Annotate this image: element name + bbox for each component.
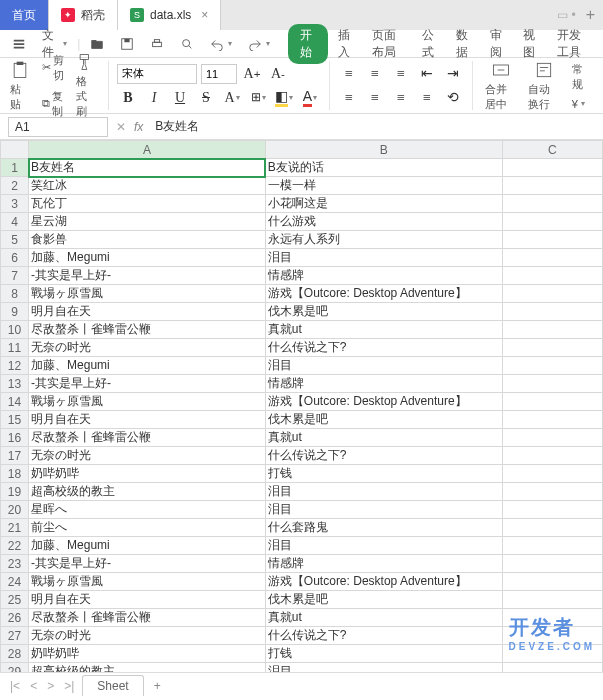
fill-color-button[interactable]: ◧▾ xyxy=(273,87,295,109)
cell[interactable] xyxy=(502,573,602,591)
row-header[interactable]: 10 xyxy=(1,321,29,339)
cell[interactable]: 无奈の时光 xyxy=(29,627,266,645)
cell[interactable]: 加藤、Megumi xyxy=(29,357,266,375)
cell[interactable] xyxy=(502,627,602,645)
cell[interactable] xyxy=(502,303,602,321)
cell[interactable]: 星晖へ xyxy=(29,501,266,519)
cell[interactable]: 瓦伦丁 xyxy=(29,195,266,213)
row-header[interactable]: 20 xyxy=(1,501,29,519)
row-header[interactable]: 12 xyxy=(1,357,29,375)
cell[interactable] xyxy=(502,519,602,537)
cell[interactable]: 伐木累是吧 xyxy=(265,411,502,429)
cell[interactable] xyxy=(502,159,602,177)
row-header[interactable]: 21 xyxy=(1,519,29,537)
font-name-select[interactable] xyxy=(117,64,197,84)
save-icon[interactable] xyxy=(114,35,140,53)
cell[interactable]: 无奈の时光 xyxy=(29,339,266,357)
align-right-button[interactable]: ≡ xyxy=(390,87,412,109)
cell[interactable]: 加藤、Megumi xyxy=(29,249,266,267)
row-header[interactable]: 29 xyxy=(1,663,29,673)
paste-button[interactable]: 粘贴 xyxy=(6,58,34,114)
spreadsheet-grid[interactable]: ABC 1 B友姓名 B友说的话 2 笑红冰 一模一样 3 瓦伦丁 小花啊这是 … xyxy=(0,140,603,672)
ribbon-tab-data[interactable]: 数据 xyxy=(448,24,480,64)
cell[interactable] xyxy=(502,429,602,447)
cell[interactable] xyxy=(502,285,602,303)
cell[interactable]: 奶哔奶哔 xyxy=(29,465,266,483)
cell[interactable]: 加藤、Megumi xyxy=(29,537,266,555)
cell[interactable]: B友姓名 xyxy=(29,159,266,177)
italic-button[interactable]: I xyxy=(143,87,165,109)
cell[interactable] xyxy=(502,339,602,357)
cell[interactable]: 情感牌 xyxy=(265,267,502,285)
row-header[interactable]: 9 xyxy=(1,303,29,321)
tab-file[interactable]: S data.xls × xyxy=(118,0,221,30)
row-header[interactable]: 27 xyxy=(1,627,29,645)
cell[interactable] xyxy=(502,447,602,465)
font-size-select[interactable] xyxy=(201,64,237,84)
cell[interactable]: 什么套路鬼 xyxy=(265,519,502,537)
cell[interactable]: 游戏【Outcore: Desktop Adventure】 xyxy=(265,393,502,411)
row-header[interactable]: 13 xyxy=(1,375,29,393)
cell[interactable]: 情感牌 xyxy=(265,375,502,393)
row-header[interactable]: 19 xyxy=(1,483,29,501)
cell[interactable]: 伐木累是吧 xyxy=(265,303,502,321)
align-top-button[interactable]: ≡ xyxy=(338,63,360,85)
cell[interactable]: -其实是早上好- xyxy=(29,375,266,393)
cell[interactable]: -其实是早上好- xyxy=(29,267,266,285)
row-header[interactable]: 4 xyxy=(1,213,29,231)
cell[interactable] xyxy=(502,663,602,673)
row-header[interactable]: 17 xyxy=(1,447,29,465)
cell[interactable]: 超高校级的教主 xyxy=(29,483,266,501)
align-bottom-button[interactable]: ≡ xyxy=(390,63,412,85)
column-header[interactable]: A xyxy=(29,141,266,159)
cell[interactable] xyxy=(502,249,602,267)
cell[interactable] xyxy=(502,645,602,663)
sheet-tab[interactable]: Sheet xyxy=(82,675,143,696)
row-header[interactable]: 1 xyxy=(1,159,29,177)
ribbon-tab-start[interactable]: 开始 xyxy=(288,24,328,64)
cell[interactable]: 食影兽 xyxy=(29,231,266,249)
align-left-button[interactable]: ≡ xyxy=(338,87,360,109)
cell[interactable] xyxy=(502,501,602,519)
currency-button[interactable]: ¥▾ xyxy=(568,96,589,112)
row-header[interactable]: 16 xyxy=(1,429,29,447)
cell[interactable]: 星云湖 xyxy=(29,213,266,231)
cell[interactable] xyxy=(502,465,602,483)
cell[interactable]: 泪目 xyxy=(265,249,502,267)
sheet-last-icon[interactable]: >| xyxy=(60,677,78,695)
row-header[interactable]: 18 xyxy=(1,465,29,483)
cell[interactable] xyxy=(502,213,602,231)
row-header[interactable]: 7 xyxy=(1,267,29,285)
column-header[interactable]: B xyxy=(265,141,502,159)
cell[interactable]: 超高校级的教主 xyxy=(29,663,266,673)
sheet-next-icon[interactable]: > xyxy=(43,677,58,695)
cell[interactable]: 伐木累是吧 xyxy=(265,591,502,609)
cell[interactable]: B友说的话 xyxy=(265,159,502,177)
fx-icon[interactable]: fx xyxy=(134,120,143,134)
align-middle-button[interactable]: ≡ xyxy=(364,63,386,85)
cell[interactable] xyxy=(502,357,602,375)
justify-button[interactable]: ≡ xyxy=(416,87,438,109)
decrease-font-button[interactable]: A- xyxy=(267,63,289,85)
cell[interactable] xyxy=(502,177,602,195)
preview-icon[interactable] xyxy=(174,35,200,53)
select-all-corner[interactable] xyxy=(1,141,29,159)
cut-button[interactable]: ✂剪切 xyxy=(38,51,68,85)
row-header[interactable]: 14 xyxy=(1,393,29,411)
cell[interactable]: 真就ut xyxy=(265,429,502,447)
undo-icon[interactable]: ▾ xyxy=(204,35,238,53)
cell[interactable]: 泪目 xyxy=(265,483,502,501)
cell[interactable]: 尽敌螯杀丨雀蜂雷公鞭 xyxy=(29,321,266,339)
ribbon-tab-insert[interactable]: 插入 xyxy=(330,24,362,64)
indent-inc-button[interactable]: ⇥ xyxy=(442,63,464,85)
number-format-select[interactable]: 常规 xyxy=(568,60,589,94)
cell[interactable] xyxy=(502,231,602,249)
merge-center-button[interactable]: 合并居中 xyxy=(481,58,520,114)
cell[interactable]: 真就ut xyxy=(265,321,502,339)
redo-icon[interactable]: ▾ xyxy=(242,35,276,53)
wrap-text-button[interactable]: 自动换行 xyxy=(524,58,563,114)
border-button[interactable]: ⊞▾ xyxy=(247,87,269,109)
row-header[interactable]: 2 xyxy=(1,177,29,195)
row-header[interactable]: 8 xyxy=(1,285,29,303)
strike-button[interactable]: S xyxy=(195,87,217,109)
